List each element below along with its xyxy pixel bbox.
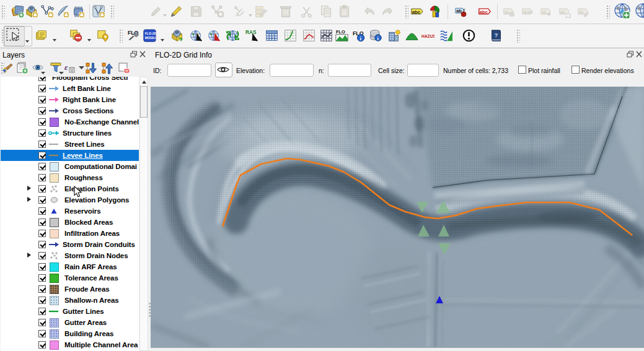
svg-text:abc: abc — [412, 9, 421, 15]
svg-text:ab: ab — [523, 10, 528, 14]
svg-text:FLO: FLO — [336, 29, 345, 35]
svg-text:?: ? — [494, 32, 498, 38]
svg-text:RAS: RAS — [245, 29, 257, 35]
svg-text:ab: ab — [560, 10, 565, 14]
svg-text:MODEL: MODEL — [145, 36, 156, 40]
svg-text:ab: ab — [456, 8, 462, 14]
svg-text:ab: ab — [579, 10, 584, 14]
svg-text:HAZUS: HAZUS — [421, 34, 434, 38]
svg-text:ε: ε — [64, 63, 68, 72]
svg-text:ab: ab — [542, 10, 547, 14]
svg-text:FLO-2D: FLO-2D — [145, 32, 156, 35]
svg-text:ab: ab — [505, 10, 509, 14]
svg-text:abc: abc — [480, 9, 488, 15]
